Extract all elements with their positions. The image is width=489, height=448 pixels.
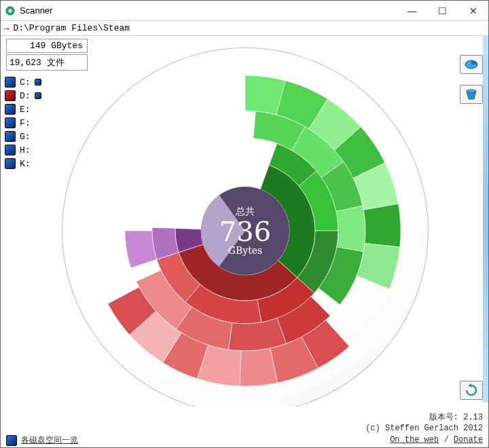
on-the-web-link[interactable]: On the web bbox=[390, 435, 439, 445]
overview-icon[interactable] bbox=[6, 435, 17, 446]
sunburst-slice[interactable] bbox=[125, 231, 157, 268]
drive-icon bbox=[5, 90, 16, 101]
right-edge-strip bbox=[483, 36, 488, 403]
sunburst-slice[interactable] bbox=[336, 206, 365, 252]
sunburst-chart[interactable]: 总共 736 GBytes bbox=[28, 48, 463, 428]
overview-link[interactable]: 各磁盘空间一览 bbox=[21, 434, 78, 446]
right-toolbar bbox=[460, 55, 483, 104]
titlebar: Scanner — ☐ ✕ bbox=[1, 1, 488, 21]
sunburst-slice[interactable] bbox=[363, 204, 401, 247]
recycle-button[interactable] bbox=[460, 85, 483, 104]
maximize-button[interactable]: ☐ bbox=[427, 1, 458, 21]
svg-point-1 bbox=[9, 9, 12, 12]
pie-view-button[interactable] bbox=[460, 55, 483, 74]
minimize-button[interactable]: — bbox=[397, 1, 427, 21]
app-icon bbox=[5, 5, 16, 16]
pie-icon bbox=[464, 58, 479, 71]
donate-link[interactable]: Donate bbox=[454, 435, 483, 445]
cup-icon bbox=[464, 88, 479, 100]
drive-icon bbox=[5, 77, 16, 88]
footer: 各磁盘空间一览 版本号: 2.13 (c) Steffen Gerlach 20… bbox=[1, 407, 488, 447]
drive-icon bbox=[5, 104, 16, 115]
drive-icon bbox=[5, 158, 16, 169]
svg-point-3 bbox=[467, 90, 476, 92]
drive-icon bbox=[5, 117, 16, 128]
current-path[interactable]: D:\Program Files\Steam bbox=[13, 23, 130, 33]
drive-icon bbox=[5, 131, 16, 142]
sunburst-svg[interactable] bbox=[28, 48, 463, 428]
version-label: 版本号: 2.13 bbox=[365, 412, 483, 424]
drive-icon bbox=[5, 145, 16, 155]
path-arrow-icon[interactable]: → bbox=[3, 23, 9, 34]
close-button[interactable]: ✕ bbox=[458, 1, 488, 21]
path-bar: → D:\Program Files\Steam bbox=[1, 21, 488, 36]
copyright-label: (c) Steffen Gerlach 2012 bbox=[365, 423, 483, 434]
window-title: Scanner bbox=[20, 5, 397, 16]
refresh-icon bbox=[465, 384, 478, 397]
refresh-button[interactable] bbox=[460, 381, 483, 400]
